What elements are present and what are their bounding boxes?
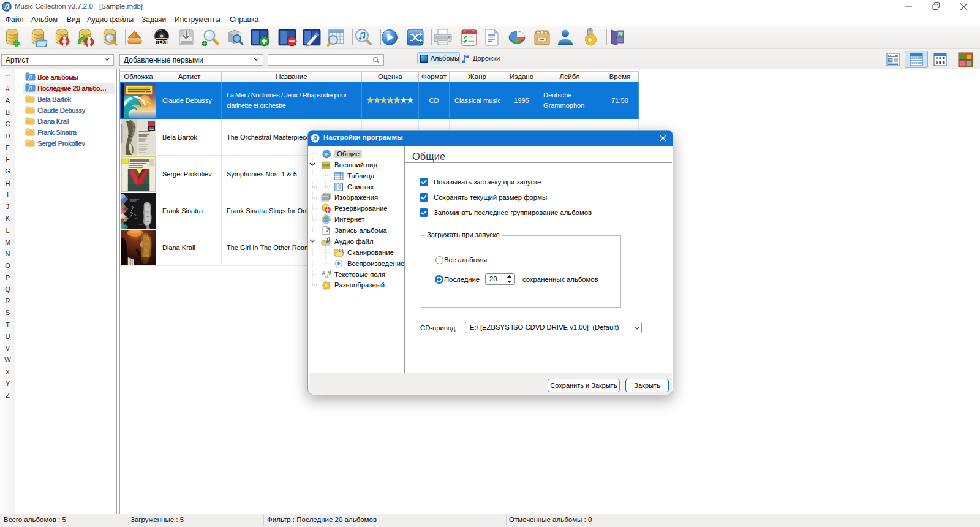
svg-text:TEXT: TEXT <box>156 39 168 45</box>
svg-text:a: a <box>325 273 329 279</box>
